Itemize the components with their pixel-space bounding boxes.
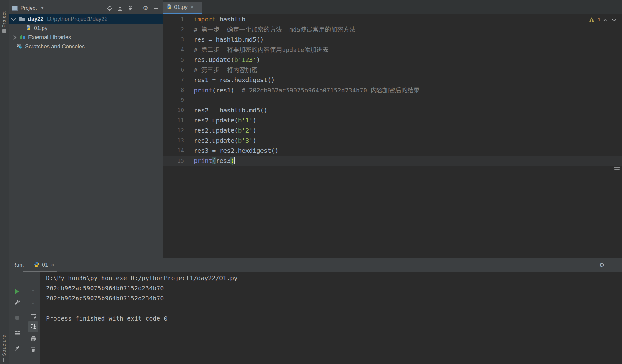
chevron-right-icon[interactable]: [12, 35, 17, 40]
line-text: res3 = res2.hexdigest(): [194, 147, 279, 154]
up-stack-trace-button[interactable]: ↑: [29, 287, 37, 295]
line-number: 1: [163, 16, 184, 22]
run-tab-label: 01: [42, 262, 48, 268]
close-icon[interactable]: ×: [51, 262, 54, 268]
console-line: 202cb962ac59075b964b07152d234b70: [46, 283, 238, 293]
locate-file-button[interactable]: [107, 5, 113, 11]
run-tab-01[interactable]: 01 ×: [32, 258, 56, 272]
next-highlight-button[interactable]: [612, 19, 616, 21]
code-line[interactable]: 8print(res1) # 202cb962ac59075b964b07152…: [163, 85, 622, 95]
external-libraries-label: External Libraries: [28, 34, 71, 41]
code-line[interactable]: 10res2 = hashlib.md5(): [163, 105, 622, 115]
line-number: 4: [163, 46, 184, 53]
settings-gear-icon[interactable]: ⚙: [142, 5, 148, 11]
text-cursor: [234, 157, 235, 164]
collapse-all-button[interactable]: [127, 5, 133, 11]
code-line[interactable]: 14res3 = res2.hexdigest(): [163, 145, 622, 156]
line-text: print(res3): [194, 157, 235, 164]
scratches-icon: [16, 43, 22, 51]
python-file-icon: [166, 4, 172, 11]
close-icon[interactable]: ×: [190, 4, 194, 10]
line-text: res = hashlib.md5(): [194, 36, 264, 43]
console-line: 202cb962ac59075b964b07152d234b70: [46, 293, 238, 303]
settings-gear-icon[interactable]: ⚙: [599, 262, 605, 268]
tab-label: 01.py: [174, 4, 188, 10]
line-number: 6: [163, 66, 184, 73]
project-panel-header: Project ▼ ⚙: [9, 2, 163, 14]
toolbar-separator: [11, 340, 19, 340]
rerun-button[interactable]: [13, 288, 21, 295]
scroll-to-end-toggle[interactable]: [29, 323, 37, 330]
structure-stripe-icon[interactable]: [3, 358, 6, 362]
restore-layout-button[interactable]: [13, 329, 21, 336]
folder-icon: [19, 18, 25, 21]
tree-row-day22[interactable]: day22 D:\pythonProject1\day22: [9, 14, 163, 24]
code-line[interactable]: 13res2.update(b'3'): [163, 135, 622, 145]
code-line[interactable]: 2# 第一步 确定一个加密的方法 md5使最常用的加密方法: [163, 24, 622, 34]
line-text: res2.update(b'3'): [194, 137, 257, 144]
run-panel-header: Run: 01 × ⚙: [9, 258, 622, 272]
chevron-down-icon[interactable]: ▼: [40, 6, 44, 10]
tree-row-scratches[interactable]: Scratches and Consoles: [9, 42, 163, 51]
line-number: 5: [163, 56, 184, 63]
pin-tab-button[interactable]: [13, 344, 21, 351]
code-line[interactable]: 11res2.update(b'1'): [163, 115, 622, 125]
line-number: 14: [163, 147, 184, 154]
project-root-name: day22: [28, 16, 43, 22]
print-button[interactable]: [29, 335, 37, 342]
hide-panel-button[interactable]: [153, 5, 159, 11]
project-tree: day22 D:\pythonProject1\day22 01.py Exte…: [9, 14, 163, 51]
scrollbar-mark[interactable]: [614, 169, 620, 170]
code-line[interactable]: 3res = hashlib.md5(): [163, 34, 622, 44]
code-line[interactable]: 9: [163, 95, 622, 105]
line-number: 3: [163, 36, 184, 43]
file-name: 01.py: [34, 25, 47, 32]
edit-configuration-wrench-icon[interactable]: [13, 298, 21, 306]
project-stripe-button[interactable]: Project: [1, 1, 6, 28]
clear-all-trash-icon[interactable]: [29, 346, 37, 353]
console-line: Process finished with exit code 0: [46, 313, 238, 324]
run-label: Run:: [12, 262, 24, 268]
project-tool-window-icon: [12, 6, 18, 11]
code-editor[interactable]: 1import hashlib2# 第一步 确定一个加密的方法 md5使最常用的…: [163, 14, 622, 258]
code-line[interactable]: 7res1 = res.hexdigest(): [163, 75, 622, 85]
code-line[interactable]: 4# 第二步 将要加密的内容使用update添加进去: [163, 44, 622, 54]
structure-stripe-button[interactable]: Structure: [1, 324, 6, 356]
chevron-down-icon[interactable]: [11, 16, 16, 21]
tree-row-01py[interactable]: 01.py: [9, 24, 163, 33]
line-number: 13: [163, 137, 184, 144]
code-line[interactable]: 6# 第三步 将内容加密: [163, 65, 622, 75]
external-libraries-icon: [19, 34, 25, 41]
scratches-label: Scratches and Consoles: [25, 43, 85, 50]
tree-row-external-libraries[interactable]: External Libraries: [9, 33, 163, 42]
python-file-icon: [25, 24, 32, 32]
tab-01py[interactable]: 01.py ×: [163, 2, 202, 13]
line-text: res1 = res.hexdigest(): [194, 76, 275, 84]
stop-button[interactable]: [13, 314, 21, 321]
pycharm-window: Project Structure Project ▼ ⚙: [0, 0, 622, 364]
line-text: res2.update(b'1'): [194, 117, 257, 124]
project-panel-title: Project: [21, 5, 37, 11]
line-text: # 第三步 将内容加密: [194, 65, 257, 74]
warning-count: 1: [598, 17, 601, 23]
code-line[interactable]: 5res.update(b'123'): [163, 54, 622, 65]
previous-highlight-button[interactable]: [604, 19, 609, 21]
line-text: res2 = hashlib.md5(): [194, 107, 268, 114]
inspection-widget[interactable]: 1: [589, 17, 616, 23]
code-line[interactable]: 1import hashlib: [163, 14, 622, 24]
soft-wrap-toggle[interactable]: [29, 312, 37, 320]
line-text: # 第一步 确定一个加密的方法 md5使最常用的加密方法: [194, 25, 355, 34]
run-console[interactable]: D:\Python36\python.exe D:/pythonProject1…: [40, 272, 622, 364]
console-line: [46, 303, 238, 313]
line-text: print(res1) # 202cb962ac59075b964b07152d…: [194, 85, 420, 94]
line-text: # 第二步 将要加密的内容使用update添加进去: [194, 45, 328, 54]
expand-all-button[interactable]: [117, 5, 123, 11]
project-stripe-icon[interactable]: [2, 29, 6, 33]
down-stack-trace-button[interactable]: ↓: [29, 298, 37, 306]
scrollbar-mark[interactable]: [614, 167, 620, 168]
code-line[interactable]: 12res2.update(b'2'): [163, 125, 622, 135]
code-line[interactable]: 15print(res3): [163, 156, 622, 166]
hide-panel-button[interactable]: [610, 262, 616, 268]
console-line: D:\Python36\python.exe D:/pythonProject1…: [46, 273, 238, 283]
run-toolbar-left: [9, 272, 26, 364]
